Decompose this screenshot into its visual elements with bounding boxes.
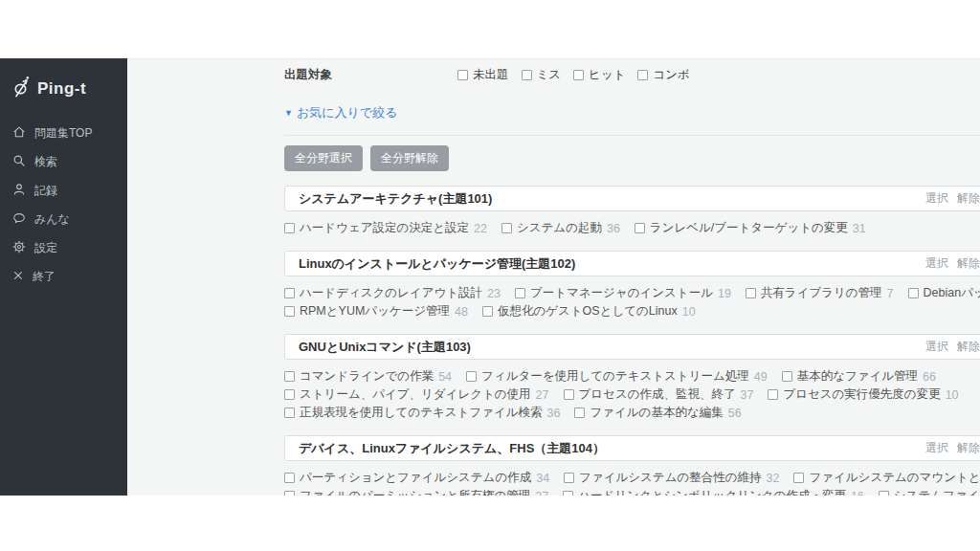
section-select-link[interactable]: 選択 — [925, 255, 948, 272]
checkbox[interactable] — [284, 473, 295, 483]
pingt-logo[interactable]: Ping-t — [0, 68, 127, 116]
question-target-label: 出題対象 — [284, 67, 457, 83]
checkbox-label: パーティションとファイルシステムの作成 — [300, 470, 531, 486]
checkbox[interactable] — [284, 288, 295, 298]
category-option[interactable]: ストリーム、パイプ、リダイレクトの使用27 — [284, 386, 549, 403]
category-option[interactable]: 仮想化のゲストOSとしてのLinux10 — [482, 303, 696, 320]
checkbox[interactable] — [284, 408, 295, 418]
category-option[interactable]: プロセスの実行優先度の変更10 — [768, 386, 958, 403]
sidebar-item-label: 設定 — [34, 240, 57, 256]
category-row: コマンドラインでの作業54フィルターを使用してのテキストストリーム処理49基本的… — [284, 367, 980, 386]
checkbox[interactable] — [746, 288, 756, 298]
category-option[interactable]: ファイルシステムのマウントとアンマウント37 — [793, 470, 980, 486]
checkbox-label: システムファイルの検索、適切なファイル配置 — [894, 488, 980, 496]
section-links: 選択解除 — [925, 255, 980, 272]
checkbox[interactable] — [768, 389, 778, 400]
category-option[interactable]: ファイルの基本的な編集56 — [574, 405, 741, 421]
select-all-fields-button[interactable]: 全分野選択 — [284, 145, 363, 171]
category-row: ストリーム、パイプ、リダイレクトの使用27プロセスの作成、監視、終了37プロセス… — [284, 386, 980, 404]
question-count: 27 — [535, 490, 548, 496]
section-clear-link[interactable]: 解除 — [957, 190, 980, 207]
checkbox[interactable] — [564, 389, 574, 400]
checkbox[interactable] — [563, 491, 573, 496]
app-window: Ping-t 問題集TOP検索記録みんな設定終了 出題対象 未出題ミスヒットコン… — [0, 58, 980, 496]
checkbox[interactable] — [879, 491, 889, 496]
checkbox[interactable] — [515, 288, 525, 298]
checkbox-label: プロセスの作成、監視、終了 — [579, 386, 736, 403]
checkbox[interactable] — [635, 223, 645, 233]
category-option[interactable]: パーティションとファイルシステムの作成34 — [284, 470, 549, 486]
checkbox[interactable] — [284, 223, 295, 233]
category-option[interactable]: ランレベル/ブートターゲットの変更31 — [635, 220, 866, 236]
category-option[interactable]: ハードリンクとシンボリックリンクの作成・変更16 — [563, 488, 864, 496]
sidebar-item-4[interactable]: みんな — [0, 206, 127, 233]
section-select-link[interactable]: 選択 — [925, 440, 948, 456]
checkbox[interactable] — [457, 70, 468, 80]
section-clear-link[interactable]: 解除 — [957, 339, 980, 355]
target-option[interactable]: ミス — [522, 67, 562, 83]
checkbox[interactable] — [564, 473, 574, 483]
divider — [284, 135, 980, 136]
sidebar-item-6[interactable]: 終了 — [0, 263, 127, 291]
question-count: 31 — [853, 222, 866, 235]
category-option[interactable]: 基本的なファイル管理66 — [782, 368, 936, 385]
category-option[interactable]: システムファイルの検索、適切なファイル配置32 — [879, 488, 980, 496]
deselect-all-fields-button[interactable]: 全分野解除 — [370, 145, 449, 171]
checkbox-label: ハードディスクのレイアウト設計 — [300, 285, 482, 301]
category-option[interactable]: Debianパッケージ管理32 — [908, 285, 980, 301]
category-option[interactable]: ファイルのパーミッションと所有権の管理27 — [284, 488, 548, 496]
category-option[interactable]: RPMとYUMパッケージ管理48 — [284, 303, 468, 320]
section-links: 選択解除 — [925, 339, 980, 355]
sidebar-item-label: 終了 — [33, 269, 56, 285]
section-select-link[interactable]: 選択 — [925, 339, 948, 355]
target-option[interactable]: コンボ — [637, 67, 689, 83]
checkbox[interactable] — [284, 389, 295, 400]
section-select-link[interactable]: 選択 — [925, 190, 948, 207]
checkbox[interactable] — [501, 223, 512, 233]
sidebar-item-1[interactable]: 問題集TOP — [0, 120, 127, 147]
category-option[interactable]: 正規表現を使用してのテキストファイル検索36 — [284, 405, 560, 421]
favorites-filter-toggle[interactable]: ▼ お気に入りで絞る — [284, 104, 397, 121]
checkbox[interactable] — [284, 371, 295, 382]
checkbox-label: コンボ — [653, 67, 689, 83]
checkbox-label: ハードリンクとシンボリックリンクの作成・変更 — [578, 488, 846, 496]
checkbox-label: Debianパッケージ管理 — [924, 285, 980, 301]
category-option[interactable]: システムの起動36 — [501, 220, 620, 236]
checkbox[interactable] — [284, 491, 295, 496]
checkbox[interactable] — [574, 408, 585, 418]
category-option[interactable]: フィルターを使用してのテキストストリーム処理49 — [466, 368, 768, 385]
checkbox-label: コマンドラインでの作業 — [300, 368, 434, 385]
category-rows: パーティションとファイルシステムの作成34ファイルシステムの整合性の維持32ファ… — [284, 469, 980, 496]
checkbox-label: フィルターを使用してのテキストストリーム処理 — [481, 368, 749, 385]
target-option[interactable]: 未出題 — [457, 67, 509, 83]
topic-sections: システムアーキテクチャ(主題101)選択解除ハードウェア設定の決定と設定22シス… — [284, 186, 980, 496]
category-option[interactable]: コマンドラインでの作業54 — [284, 368, 452, 385]
section-title: GNUとUnixコマンド(主題103) — [299, 339, 471, 356]
checkbox[interactable] — [482, 306, 493, 317]
sidebar-item-3[interactable]: 記録 — [0, 177, 127, 205]
section-clear-link[interactable]: 解除 — [957, 440, 980, 456]
category-option[interactable]: ブートマネージャのインストール19 — [515, 285, 731, 301]
section-clear-link[interactable]: 解除 — [957, 255, 980, 272]
sidebar-item-5[interactable]: 設定 — [0, 234, 127, 262]
sidebar-item-2[interactable]: 検索 — [0, 148, 127, 176]
category-option[interactable]: 共有ライブラリの管理7 — [746, 285, 894, 301]
checkbox[interactable] — [522, 70, 532, 80]
checkbox-label: ヒット — [589, 67, 625, 83]
category-option[interactable]: ハードウェア設定の決定と設定22 — [284, 220, 487, 236]
question-count: 48 — [455, 305, 468, 319]
checkbox[interactable] — [284, 306, 295, 317]
checkbox[interactable] — [637, 70, 648, 80]
target-option[interactable]: ヒット — [573, 67, 625, 83]
checkbox[interactable] — [908, 288, 919, 298]
checkbox[interactable] — [466, 371, 477, 382]
category-option[interactable]: ハードディスクのレイアウト設計23 — [284, 285, 501, 301]
checkbox[interactable] — [782, 371, 792, 382]
sidebar: Ping-t 問題集TOP検索記録みんな設定終了 — [0, 58, 127, 496]
checkbox-label: ブートマネージャのインストール — [530, 285, 713, 301]
checkbox[interactable] — [793, 473, 804, 483]
category-option[interactable]: ファイルシステムの整合性の維持32 — [564, 470, 779, 486]
checkbox[interactable] — [573, 70, 584, 80]
category-option[interactable]: プロセスの作成、監視、終了37 — [564, 386, 754, 403]
gear-icon — [12, 240, 26, 256]
